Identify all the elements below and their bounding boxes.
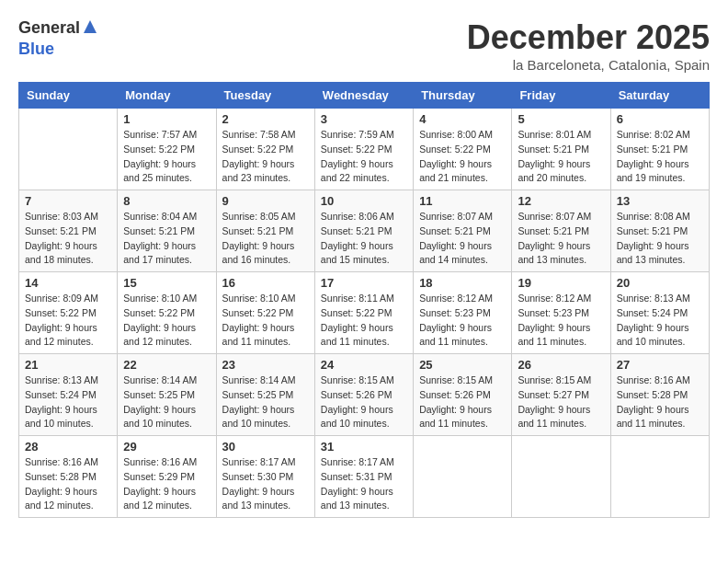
day-info: Sunrise: 8:11 AMSunset: 5:22 PMDaylight:…: [321, 292, 407, 350]
day-cell: 2Sunrise: 7:58 AMSunset: 5:22 PMDaylight…: [216, 109, 314, 190]
week-row: 28Sunrise: 8:16 AMSunset: 5:28 PMDayligh…: [19, 436, 710, 518]
day-number: 22: [123, 358, 210, 372]
day-number: 30: [222, 440, 309, 454]
day-cell: 11Sunrise: 8:07 AMSunset: 5:21 PMDayligh…: [414, 190, 512, 272]
header-day: Monday: [118, 83, 216, 109]
day-cell: 12Sunrise: 8:07 AMSunset: 5:21 PMDayligh…: [512, 190, 610, 272]
day-cell: 5Sunrise: 8:01 AMSunset: 5:21 PMDaylight…: [512, 109, 610, 190]
day-cell: 9Sunrise: 8:05 AMSunset: 5:21 PMDaylight…: [216, 190, 314, 272]
day-number: 15: [123, 276, 210, 290]
day-cell: 8Sunrise: 8:04 AMSunset: 5:21 PMDaylight…: [118, 190, 216, 272]
day-cell: 23Sunrise: 8:14 AMSunset: 5:25 PMDayligh…: [216, 354, 314, 436]
day-cell: 17Sunrise: 8:11 AMSunset: 5:22 PMDayligh…: [314, 272, 413, 354]
day-cell: 10Sunrise: 8:06 AMSunset: 5:21 PMDayligh…: [314, 190, 413, 272]
day-cell: [610, 436, 709, 518]
day-info: Sunrise: 8:14 AMSunset: 5:25 PMDaylight:…: [222, 373, 309, 431]
day-info: Sunrise: 8:15 AMSunset: 5:26 PMDaylight:…: [321, 373, 407, 431]
header: General Blue December 2025 la Barcelonet…: [18, 18, 710, 73]
day-info: Sunrise: 8:04 AMSunset: 5:21 PMDaylight:…: [123, 210, 210, 268]
day-number: 9: [222, 194, 309, 208]
day-cell: 4Sunrise: 8:00 AMSunset: 5:22 PMDaylight…: [414, 109, 512, 190]
day-cell: 21Sunrise: 8:13 AMSunset: 5:24 PMDayligh…: [19, 354, 118, 436]
day-info: Sunrise: 8:09 AMSunset: 5:22 PMDaylight:…: [25, 292, 111, 350]
day-number: 8: [123, 194, 210, 208]
day-number: 10: [321, 194, 407, 208]
day-cell: 15Sunrise: 8:10 AMSunset: 5:22 PMDayligh…: [118, 272, 216, 354]
day-number: 13: [617, 194, 703, 208]
day-info: Sunrise: 8:07 AMSunset: 5:21 PMDaylight:…: [518, 210, 604, 268]
day-number: 20: [617, 276, 703, 290]
day-info: Sunrise: 8:17 AMSunset: 5:30 PMDaylight:…: [222, 455, 309, 513]
header-day: Sunday: [19, 83, 118, 109]
day-number: 31: [321, 440, 407, 454]
day-cell: 31Sunrise: 8:17 AMSunset: 5:31 PMDayligh…: [314, 436, 413, 518]
week-row: 21Sunrise: 8:13 AMSunset: 5:24 PMDayligh…: [19, 354, 710, 436]
day-info: Sunrise: 7:57 AMSunset: 5:22 PMDaylight:…: [123, 128, 210, 186]
header-day: Saturday: [610, 83, 709, 109]
day-info: Sunrise: 8:12 AMSunset: 5:23 PMDaylight:…: [419, 292, 506, 350]
logo-blue: Blue: [18, 40, 54, 58]
day-info: Sunrise: 8:12 AMSunset: 5:23 PMDaylight:…: [518, 292, 604, 350]
week-row: 1Sunrise: 7:57 AMSunset: 5:22 PMDaylight…: [19, 109, 710, 190]
day-info: Sunrise: 8:15 AMSunset: 5:27 PMDaylight:…: [518, 373, 604, 431]
day-cell: 1Sunrise: 7:57 AMSunset: 5:22 PMDaylight…: [118, 109, 216, 190]
day-cell: 27Sunrise: 8:16 AMSunset: 5:28 PMDayligh…: [610, 354, 709, 436]
day-cell: 25Sunrise: 8:15 AMSunset: 5:26 PMDayligh…: [414, 354, 512, 436]
day-info: Sunrise: 8:06 AMSunset: 5:21 PMDaylight:…: [321, 210, 407, 268]
day-info: Sunrise: 8:15 AMSunset: 5:26 PMDaylight:…: [419, 373, 506, 431]
day-number: 25: [419, 358, 506, 372]
day-info: Sunrise: 8:16 AMSunset: 5:28 PMDaylight:…: [25, 455, 111, 513]
day-number: 17: [321, 276, 407, 290]
day-info: Sunrise: 8:13 AMSunset: 5:24 PMDaylight:…: [25, 373, 111, 431]
calendar-table: SundayMondayTuesdayWednesdayThursdayFrid…: [18, 82, 710, 518]
day-cell: 7Sunrise: 8:03 AMSunset: 5:21 PMDaylight…: [19, 190, 118, 272]
location-subtitle: la Barceloneta, Catalonia, Spain: [467, 57, 710, 73]
day-number: 27: [617, 358, 703, 372]
logo-icon: [82, 18, 98, 40]
day-cell: 29Sunrise: 8:16 AMSunset: 5:29 PMDayligh…: [118, 436, 216, 518]
day-info: Sunrise: 8:14 AMSunset: 5:25 PMDaylight:…: [123, 373, 210, 431]
day-number: 18: [419, 276, 506, 290]
day-info: Sunrise: 8:07 AMSunset: 5:21 PMDaylight:…: [419, 210, 506, 268]
day-info: Sunrise: 8:17 AMSunset: 5:31 PMDaylight:…: [321, 455, 407, 513]
day-cell: 6Sunrise: 8:02 AMSunset: 5:21 PMDaylight…: [610, 109, 709, 190]
day-number: 29: [123, 440, 210, 454]
day-cell: 16Sunrise: 8:10 AMSunset: 5:22 PMDayligh…: [216, 272, 314, 354]
day-info: Sunrise: 8:16 AMSunset: 5:29 PMDaylight:…: [123, 455, 210, 513]
day-info: Sunrise: 8:10 AMSunset: 5:22 PMDaylight:…: [123, 292, 210, 350]
day-info: Sunrise: 8:13 AMSunset: 5:24 PMDaylight:…: [617, 292, 703, 350]
day-number: 6: [617, 112, 703, 126]
logo: General Blue: [18, 18, 98, 60]
day-number: 28: [25, 440, 111, 454]
title-area: December 2025 la Barceloneta, Catalonia,…: [467, 18, 710, 73]
day-info: Sunrise: 8:05 AMSunset: 5:21 PMDaylight:…: [222, 210, 309, 268]
day-cell: 19Sunrise: 8:12 AMSunset: 5:23 PMDayligh…: [512, 272, 610, 354]
header-day: Thursday: [414, 83, 512, 109]
day-number: 4: [419, 112, 506, 126]
day-cell: 24Sunrise: 8:15 AMSunset: 5:26 PMDayligh…: [314, 354, 413, 436]
day-cell: [414, 436, 512, 518]
header-row: SundayMondayTuesdayWednesdayThursdayFrid…: [19, 83, 710, 109]
day-number: 19: [518, 276, 604, 290]
day-cell: [19, 109, 118, 190]
day-info: Sunrise: 8:00 AMSunset: 5:22 PMDaylight:…: [419, 128, 506, 186]
day-number: 3: [321, 112, 407, 126]
day-cell: 3Sunrise: 7:59 AMSunset: 5:22 PMDaylight…: [314, 109, 413, 190]
day-number: 2: [222, 112, 309, 126]
day-info: Sunrise: 7:59 AMSunset: 5:22 PMDaylight:…: [321, 128, 407, 186]
day-cell: 28Sunrise: 8:16 AMSunset: 5:28 PMDayligh…: [19, 436, 118, 518]
day-info: Sunrise: 8:10 AMSunset: 5:22 PMDaylight:…: [222, 292, 309, 350]
day-number: 14: [25, 276, 111, 290]
day-info: Sunrise: 8:16 AMSunset: 5:28 PMDaylight:…: [617, 373, 703, 431]
header-day: Wednesday: [314, 83, 413, 109]
day-cell: [512, 436, 610, 518]
week-row: 7Sunrise: 8:03 AMSunset: 5:21 PMDaylight…: [19, 190, 710, 272]
day-info: Sunrise: 8:08 AMSunset: 5:21 PMDaylight:…: [617, 210, 703, 268]
day-info: Sunrise: 8:03 AMSunset: 5:21 PMDaylight:…: [25, 210, 111, 268]
day-cell: 13Sunrise: 8:08 AMSunset: 5:21 PMDayligh…: [610, 190, 709, 272]
day-cell: 18Sunrise: 8:12 AMSunset: 5:23 PMDayligh…: [414, 272, 512, 354]
day-cell: 14Sunrise: 8:09 AMSunset: 5:22 PMDayligh…: [19, 272, 118, 354]
day-cell: 22Sunrise: 8:14 AMSunset: 5:25 PMDayligh…: [118, 354, 216, 436]
day-number: 16: [222, 276, 309, 290]
day-cell: 20Sunrise: 8:13 AMSunset: 5:24 PMDayligh…: [610, 272, 709, 354]
